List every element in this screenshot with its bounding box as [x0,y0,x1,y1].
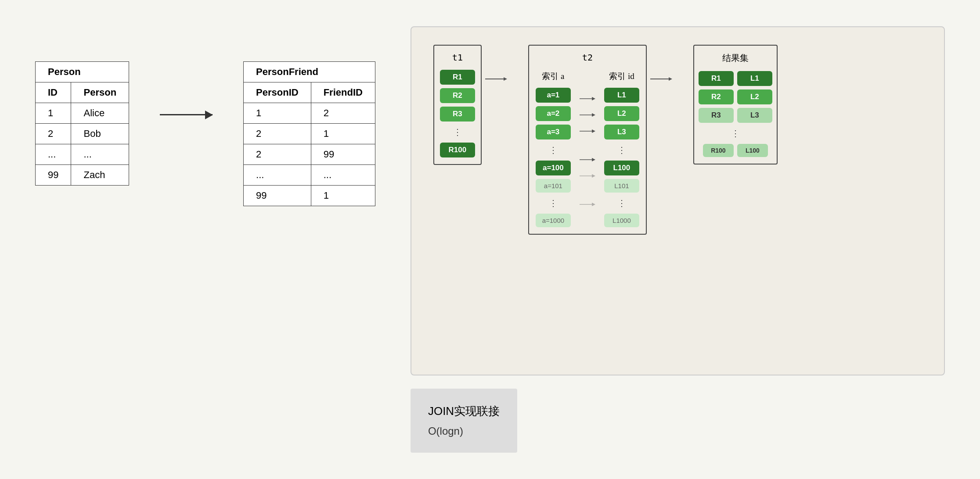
arrow-a-id-1 [580,90,595,107]
result-box: 结果集 R1 L1 R2 L2 R3 L3 ⋮ R100 [693,45,778,164]
svg-marker-15 [669,77,672,81]
idx-a-2: a=2 [536,106,571,121]
svg-marker-7 [592,129,595,133]
arrow-t1-t2 [482,45,511,82]
idx-a-dots2: ⋮ [549,196,558,210]
result-l2: L2 [737,89,772,104]
t1-r3: R3 [440,107,475,122]
t1-r100: R100 [440,143,475,157]
index-a-col: 索引 a a=1 a=2 a=3 ⋮ a=100 a=101 ⋮ a=1000 [536,71,571,227]
spacer1 [580,139,595,151]
info-line1: JOIN实现联接 [428,401,500,422]
arrow-t2-result-svg [650,75,672,82]
pf-col-person-id: PersonID [244,82,311,103]
svg-marker-13 [592,203,595,206]
t1-r1: R1 [440,70,475,85]
table-row: 1Alice [36,103,129,124]
index-a-label: 索引 a [542,71,564,82]
person-friend-table-title: PersonFriend [244,62,375,82]
person-table-wrapper: Person ID Person 1Alice 2Bob ...... 99Za… [35,61,129,186]
svg-marker-3 [592,97,595,100]
t1-box: t1 R1 R2 R3 ⋮ R100 [433,45,482,165]
person-friend-table: PersonFriend PersonID FriendID 12 21 299… [243,61,375,206]
result-dots: ⋮ [699,126,772,140]
result-r1: R1 [699,71,734,86]
index-id-col: 索引 id L1 L2 L3 ⋮ L100 L101 ⋮ L1000 [604,71,639,227]
t2-label: t2 [536,52,639,63]
result-l100: L100 [737,144,768,157]
person-table-title: Person [36,62,129,82]
idx-id-l100: L100 [604,161,639,175]
arrow-a-id-2 [580,107,595,123]
idx-a-101: a=101 [536,179,571,193]
idx-id-l101: L101 [604,179,639,193]
table-arrow [160,114,213,115]
person-col-name: Person [71,82,129,103]
diagram-area: t1 R1 R2 R3 ⋮ R100 t2 [411,26,945,375]
spacer2 [580,184,595,196]
t2-box: t2 索引 a a=1 a=2 a=3 ⋮ a=100 a=101 ⋮ [528,45,647,235]
idx-id-l3: L3 [604,125,639,139]
right-section: t1 R1 R2 R3 ⋮ R100 t2 [411,26,945,453]
diagram-inner: t1 R1 R2 R3 ⋮ R100 t2 [433,45,922,357]
result-label: 结果集 [722,52,749,64]
table-row: ...... [36,144,129,165]
arrow-t1-t2-svg [485,75,507,82]
result-row-3: R3 L3 [699,108,772,123]
t1-dots: ⋮ [453,125,462,139]
arrow-a-id-1000 [580,168,595,184]
person-table: Person ID Person 1Alice 2Bob ...... 99Za… [35,61,129,186]
result-r100: R100 [703,144,734,157]
arrows-a-id [580,71,595,227]
t1-label: t1 [452,52,463,63]
arrow-a-id-100 [580,151,595,168]
idx-id-dots1: ⋮ [617,143,626,157]
pf-col-friend-id: FriendID [311,82,375,103]
table-row: 2Bob [36,124,129,144]
t2-inner: 索引 a a=1 a=2 a=3 ⋮ a=100 a=101 ⋮ a=1000 [536,71,639,227]
person-col-id: ID [36,82,71,103]
info-box: JOIN实现联接 O(logn) [411,389,517,453]
idx-a-1000: a=1000 [536,214,571,227]
idx-a-3: a=3 [536,125,571,139]
index-id-label: 索引 id [609,71,634,82]
result-row-1: R1 L1 [699,71,772,86]
t1-r2: R2 [440,88,475,103]
result-r2: R2 [699,89,734,104]
result-l3: L3 [737,108,772,123]
idx-id-dots2: ⋮ [617,196,626,210]
table-row: 21 [244,124,375,144]
person-friend-table-wrapper: PersonFriend PersonID FriendID 12 21 299… [243,61,375,206]
table-row: 12 [244,103,375,124]
idx-id-l2: L2 [604,106,639,121]
arrow-a-id-last [580,196,595,212]
idx-id-l1: L1 [604,88,639,103]
idx-id-l1000: L1000 [604,214,639,227]
idx-a-100: a=100 [536,161,571,175]
table-row: ...... [244,165,375,186]
svg-marker-5 [592,113,595,117]
table-row: 299 [244,144,375,165]
result-l1: L1 [737,71,772,86]
table-row: 99Zach [36,165,129,186]
svg-marker-11 [592,174,595,178]
result-r3: R3 [699,108,734,123]
info-line2: O(logn) [428,422,500,440]
svg-marker-9 [592,158,595,161]
arrow-t2-result [647,45,676,82]
table-arrow-container [155,61,217,115]
table-row: 991 [244,186,375,206]
left-section: Person ID Person 1Alice 2Bob ...... 99Za… [35,26,375,453]
idx-a-dots1: ⋮ [549,143,558,157]
idx-a-1: a=1 [536,88,571,103]
result-row-100: R100 L100 [703,144,768,157]
svg-marker-1 [504,77,507,81]
arrow-a-id-3 [580,123,595,139]
result-row-2: R2 L2 [699,89,772,104]
